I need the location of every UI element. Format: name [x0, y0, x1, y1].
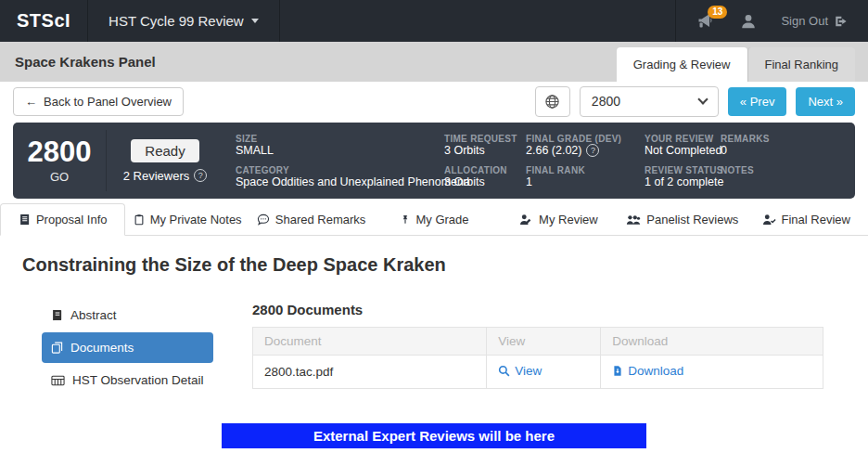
tab-proposal-info[interactable]: Proposal Info	[0, 203, 125, 236]
tab-final-review[interactable]: Final Review	[745, 203, 868, 236]
stsci-logo[interactable]: STScI	[0, 0, 88, 42]
proposal-toolbar: ← Back to Panel Overview 2800 « Prev Nex…	[0, 82, 868, 121]
person-icon	[740, 13, 757, 30]
documents-heading: 2800 Documents	[252, 302, 823, 317]
document-name-cell: 2800.tac.pdf	[253, 356, 487, 389]
magnifier-icon	[498, 365, 510, 377]
tab-label: Panelist Reviews	[646, 213, 738, 226]
documents-panel: 2800 Documents Document View Download 28…	[252, 300, 823, 397]
app-title-label: HST Cycle 99 Review	[108, 13, 244, 29]
field-size: SIZE SMALL	[236, 134, 444, 157]
user-menu-button[interactable]	[740, 13, 757, 30]
panel-header-bar: Space Krakens Panel Grading & Review Fin…	[0, 42, 868, 82]
tab-label: Proposal Info	[36, 213, 108, 226]
tab-my-private-notes[interactable]: My Private Notes	[125, 203, 249, 236]
sign-out-button[interactable]: Sign Out	[781, 14, 848, 28]
content-row: Abstract Documents HST Observation Detai…	[0, 300, 868, 397]
summary-fields-grid: SIZE SMALL TIME REQUEST 3 Orbits FINAL G…	[223, 134, 855, 188]
reviewers-label: 2 Reviewers	[123, 169, 190, 183]
status-badge[interactable]: Ready	[131, 139, 198, 162]
external-reviews-placeholder-banner: External Expert Reviews will be here	[222, 423, 646, 448]
column-header-view: View	[487, 328, 601, 356]
globe-icon	[544, 94, 560, 110]
documents-table: Document View Download 2800.tac.pdf View	[252, 327, 823, 389]
proposal-select[interactable]: 2800	[580, 86, 719, 117]
proposal-section-tabs: Proposal Info My Private Notes Shared Re…	[0, 203, 868, 236]
help-icon[interactable]: ?	[586, 144, 599, 157]
column-header-download: Download	[601, 328, 823, 356]
proposal-summary-card: 2800 GO Ready 2 Reviewers ? SIZE SMALL T…	[13, 123, 855, 199]
proposal-type: GO	[13, 170, 106, 184]
tab-my-grade[interactable]: My Grade	[373, 203, 496, 236]
sidebar-item-hst-observation-detail[interactable]: HST Observation Detail	[42, 365, 213, 395]
view-link[interactable]: View	[498, 364, 542, 378]
proposal-id: 2800	[13, 137, 106, 168]
tab-label: Final Review	[782, 213, 850, 226]
download-cell: Download	[601, 356, 823, 389]
view-cell: View	[487, 356, 601, 389]
back-button-label: Back to Panel Overview	[44, 95, 172, 109]
speech-bubble-icon	[257, 214, 270, 226]
book-icon	[51, 309, 63, 321]
tab-final-ranking[interactable]: Final Ranking	[747, 47, 856, 82]
tab-panelist-reviews[interactable]: Panelist Reviews	[620, 203, 744, 236]
proposal-title: Constraining the Size of the Deep Space …	[22, 254, 868, 276]
app-title-dropdown[interactable]: HST Cycle 99 Review	[88, 0, 280, 42]
chevron-down-icon	[251, 19, 259, 23]
field-allocation: ALLOCATION 3 Orbits	[444, 165, 526, 188]
proposal-status-block: Ready 2 Reviewers ?	[107, 139, 223, 183]
field-time-request: TIME REQUEST 3 Orbits	[444, 134, 526, 157]
tab-grading-review[interactable]: Grading & Review	[617, 47, 747, 82]
people-icon	[626, 214, 641, 226]
chevron-down-icon	[697, 94, 708, 104]
sign-out-label: Sign Out	[781, 14, 828, 28]
field-remarks: REMARKS 0	[721, 134, 844, 157]
file-download-icon	[612, 365, 623, 377]
sign-out-icon	[834, 15, 848, 28]
field-category: CATEGORY Space Oddities and Unexplained …	[236, 165, 444, 188]
tab-shared-remarks[interactable]: Shared Remarks	[249, 203, 373, 236]
tab-label: My Grade	[415, 213, 468, 226]
sidebar-item-documents[interactable]: Documents	[42, 332, 213, 363]
clipboard-icon	[134, 214, 145, 226]
proposal-id-block: 2800 GO	[13, 130, 107, 191]
table-icon	[51, 375, 65, 386]
tab-my-review[interactable]: My Review	[497, 203, 620, 236]
panel-view-tabs: Grading & Review Final Ranking	[617, 47, 855, 82]
download-link-label: Download	[628, 364, 683, 378]
gavel-icon	[401, 214, 410, 226]
table-row: 2800.tac.pdf View	[253, 356, 823, 389]
reviewers-row: 2 Reviewers ?	[107, 169, 223, 183]
column-header-document: Document	[253, 328, 487, 356]
tab-label: My Review	[539, 213, 598, 226]
document-icon	[19, 214, 31, 226]
document-sidebar: Abstract Documents HST Observation Detai…	[42, 300, 213, 397]
help-icon[interactable]: ?	[194, 169, 207, 182]
field-review-status: REVIEW STATUS 1 of 2 complete	[645, 165, 721, 188]
toolbar-right-group: 2800 « Prev Next »	[535, 86, 855, 117]
globe-button[interactable]	[535, 86, 570, 117]
prev-button[interactable]: « Prev	[728, 87, 787, 116]
person-edit-icon	[519, 214, 533, 226]
sidebar-item-label: Documents	[70, 341, 134, 355]
documents-table-header: Document View Download	[253, 328, 823, 356]
download-link[interactable]: Download	[612, 364, 683, 378]
tab-label: Shared Remarks	[275, 213, 366, 226]
field-final-rank: FINAL RANK 1	[526, 165, 645, 188]
back-to-panel-button[interactable]: ← Back to Panel Overview	[13, 87, 184, 116]
person-check-icon	[762, 214, 776, 226]
field-notes: NOTES	[721, 165, 844, 188]
top-navbar: STScI HST Cycle 99 Review 13 Sign Out	[0, 0, 868, 42]
sidebar-item-label: Abstract	[70, 308, 117, 322]
field-final-grade: FINAL GRADE (DEV) 2.66 (2.02) ?	[526, 134, 645, 157]
panel-title: Space Krakens Panel	[0, 54, 156, 70]
copy-icon	[51, 342, 63, 354]
sidebar-item-abstract[interactable]: Abstract	[42, 300, 213, 330]
next-button[interactable]: Next »	[796, 87, 855, 116]
notifications-button[interactable]: 13	[696, 13, 716, 30]
sidebar-item-label: HST Observation Detail	[72, 373, 204, 387]
view-link-label: View	[515, 364, 542, 378]
navbar-right-group: 13 Sign Out	[675, 0, 868, 42]
back-arrow-icon: ←	[25, 95, 37, 109]
notification-count-badge: 13	[708, 6, 727, 19]
